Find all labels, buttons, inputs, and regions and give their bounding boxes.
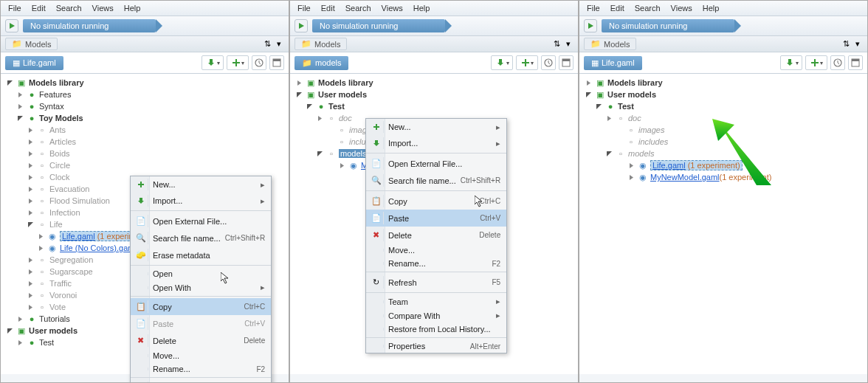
menu-file[interactable]: File [293, 2, 315, 14]
new-dropdown-button[interactable]: ▾ [805, 55, 827, 70]
expand-caret-icon[interactable] [26, 196, 35, 205]
file-tab[interactable]: ▦ Life.gaml [5, 56, 63, 70]
menu-views[interactable]: Views [377, 2, 407, 14]
cm-open-with[interactable]: Open With▸ [131, 280, 271, 294]
cm-new[interactable]: New...▸ [131, 176, 271, 193]
menu-help[interactable]: Help [120, 2, 145, 14]
cm-move[interactable]: Move... [366, 244, 506, 257]
import-dropdown-button[interactable]: ▾ [780, 55, 802, 70]
new-dropdown-button[interactable]: ▾ [516, 55, 538, 70]
clock-icon-button[interactable] [541, 55, 556, 70]
import-dropdown-button[interactable]: ▾ [202, 55, 224, 70]
expand-caret-icon[interactable] [26, 184, 35, 193]
cm-paste[interactable]: 📄PasteCtrl+V [366, 210, 506, 227]
menu-edit[interactable]: Edit [606, 2, 629, 14]
expand-caret-icon[interactable] [36, 244, 45, 252]
cm-rename[interactable]: Rename...F2 [131, 362, 271, 376]
expand-caret-icon[interactable] [26, 208, 35, 217]
cm-search-file[interactable]: 🔍Search file name...Ctrl+Shift+R [131, 230, 271, 246]
expand-caret-icon[interactable] [604, 114, 613, 123]
browser-icon-button[interactable] [559, 55, 574, 70]
menu-help[interactable]: Help [409, 2, 435, 14]
menu-views[interactable]: Views [666, 2, 697, 14]
expand-caret-icon[interactable] [36, 232, 45, 241]
expand-caret-icon[interactable] [294, 78, 303, 87]
models-tab[interactable]: 📁 Models [5, 38, 58, 50]
run-button[interactable] [584, 19, 597, 32]
file-tab[interactable]: 📁models [294, 56, 348, 70]
clock-icon-button[interactable] [252, 55, 266, 70]
cm-open[interactable]: Open [131, 267, 271, 280]
run-button[interactable] [5, 19, 18, 32]
collapse-caret-icon[interactable] [584, 90, 593, 99]
cm-new[interactable]: New...▸ [366, 119, 506, 135]
browser-icon-button[interactable] [848, 55, 863, 70]
expand-caret-icon[interactable] [26, 137, 35, 146]
cm-import[interactable]: Import...▸ [131, 193, 271, 209]
menu-search[interactable]: Search [341, 2, 376, 14]
cm-paste[interactable]: 📄PasteCtrl+V [131, 315, 271, 332]
cm-refresh[interactable]: ↻RefreshF5 [366, 274, 506, 291]
expand-caret-icon[interactable] [26, 279, 35, 288]
cm-copy[interactable]: 📋CopyCtrl+C [131, 298, 271, 315]
menubar[interactable]: File Edit Search Views Help [290, 1, 578, 16]
menu-icon[interactable]: ▾ [852, 39, 863, 49]
menu-help[interactable]: Help [698, 2, 724, 14]
menu-search[interactable]: Search [52, 2, 86, 14]
expand-caret-icon[interactable] [26, 291, 35, 300]
expand-caret-icon[interactable] [16, 314, 24, 323]
tree-selection[interactable]: models [339, 149, 368, 158]
cm-erase-metadata[interactable]: 🧽Erase metadata [131, 246, 271, 263]
expand-caret-icon[interactable] [26, 303, 35, 311]
cm-move[interactable]: Move... [131, 349, 271, 362]
cm-restore[interactable]: Restore from Local History... [366, 322, 506, 336]
collapse-icon[interactable]: ⇅ [551, 39, 562, 49]
models-tab[interactable]: 📁Models [294, 38, 347, 50]
cm-open-external[interactable]: 📄Open External File... [131, 213, 271, 230]
cm-properties[interactable]: PropertiesAlt+Enter [366, 339, 506, 353]
cm-delete[interactable]: ✖DeleteDelete [366, 227, 506, 244]
menu-file[interactable]: File [4, 2, 26, 14]
menubar[interactable]: File Edit Search Views Help [1, 1, 289, 16]
menu-icon[interactable]: ▾ [274, 39, 284, 49]
context-menu[interactable]: New...▸ Import...▸ 📄Open External File..… [365, 118, 507, 353]
models-tab[interactable]: 📁Models [584, 38, 636, 50]
expand-caret-icon[interactable] [26, 255, 35, 264]
menu-views[interactable]: Views [88, 2, 118, 14]
expand-caret-icon[interactable] [16, 102, 24, 111]
cm-import[interactable]: Import...▸ [366, 135, 506, 151]
cm-copy[interactable]: 📋CopyCtrl+C [366, 193, 506, 210]
collapse-caret-icon[interactable] [294, 90, 303, 99]
expand-caret-icon[interactable] [315, 114, 324, 123]
expand-caret-icon[interactable] [16, 338, 24, 347]
expand-caret-icon[interactable] [26, 149, 35, 158]
menu-file[interactable]: File [582, 2, 604, 14]
collapse-caret-icon[interactable] [594, 102, 603, 111]
collapse-caret-icon[interactable] [305, 102, 314, 111]
collapse-caret-icon[interactable] [5, 78, 14, 87]
expand-caret-icon[interactable] [337, 161, 346, 170]
cm-delete[interactable]: ✖DeleteDelete [131, 332, 271, 349]
expand-caret-icon[interactable] [584, 78, 593, 87]
clock-icon-button[interactable] [830, 55, 845, 70]
expand-caret-icon[interactable] [26, 173, 35, 182]
menu-icon[interactable]: ▾ [563, 39, 574, 49]
cm-compare[interactable]: Compare With▸ [366, 308, 506, 322]
collapse-caret-icon[interactable] [16, 114, 24, 123]
browser-icon-button[interactable] [269, 55, 284, 70]
menu-edit[interactable]: Edit [27, 2, 50, 14]
collapse-caret-icon[interactable] [26, 220, 35, 229]
expand-caret-icon[interactable] [627, 161, 636, 170]
menu-edit[interactable]: Edit [317, 2, 340, 14]
menu-search[interactable]: Search [630, 2, 665, 14]
new-dropdown-button[interactable]: ▾ [227, 55, 249, 70]
cm-refresh[interactable]: ↻RefreshF5 [131, 379, 271, 383]
collapse-caret-icon[interactable] [604, 149, 613, 158]
expand-caret-icon[interactable] [627, 173, 636, 182]
menubar[interactable]: File Edit Search Views Help [579, 1, 867, 16]
collapse-caret-icon[interactable] [5, 326, 14, 335]
cm-open-external[interactable]: 📄Open External File... [366, 155, 506, 172]
collapse-icon[interactable]: ⇅ [841, 39, 851, 49]
cm-team[interactable]: Team▸ [366, 294, 506, 308]
collapse-icon[interactable]: ⇅ [262, 39, 272, 49]
